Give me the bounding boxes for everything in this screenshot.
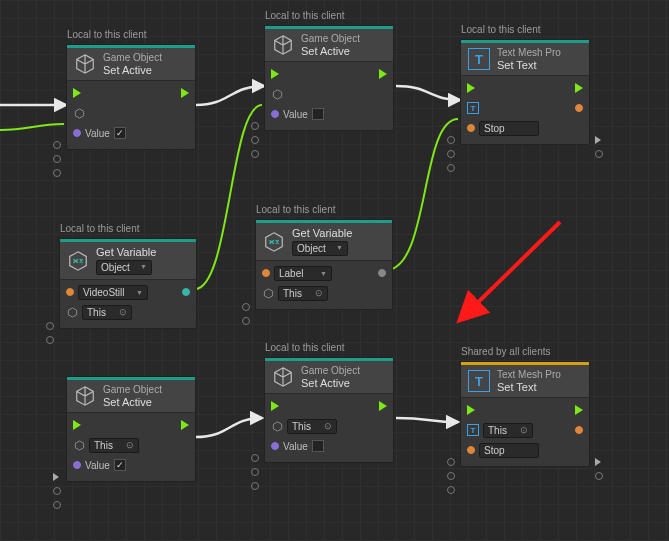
flow-out-port[interactable] bbox=[379, 69, 387, 79]
text-field[interactable]: Stop bbox=[479, 121, 539, 136]
flow-in-port[interactable] bbox=[271, 401, 279, 411]
node-category: Game Object bbox=[103, 52, 162, 64]
port-hollow[interactable] bbox=[251, 468, 259, 476]
port-hollow[interactable] bbox=[251, 482, 259, 490]
flow-out-port[interactable] bbox=[575, 405, 583, 415]
node-category: Text Mesh Pro bbox=[497, 369, 561, 381]
value-checkbox[interactable]: ✓ bbox=[114, 459, 126, 471]
output-port[interactable] bbox=[378, 269, 386, 277]
node-header[interactable]: Get Variable Object▼ bbox=[256, 223, 392, 261]
node-title: Set Active bbox=[301, 45, 360, 58]
input-port[interactable] bbox=[467, 124, 475, 132]
input-port[interactable] bbox=[262, 269, 270, 277]
flow-out-port[interactable] bbox=[181, 88, 189, 98]
target-field[interactable]: This⊙ bbox=[287, 419, 337, 434]
node-title: Set Text bbox=[497, 381, 561, 394]
target-field[interactable]: This⊙ bbox=[82, 305, 132, 320]
node-context-label: Local to this client bbox=[256, 204, 336, 215]
annotation-arrow bbox=[440, 210, 580, 340]
port-hollow[interactable] bbox=[447, 472, 455, 480]
flow-out-port[interactable] bbox=[379, 401, 387, 411]
port-hollow[interactable] bbox=[46, 322, 54, 330]
value-checkbox[interactable] bbox=[312, 108, 324, 120]
port-label: Value bbox=[283, 109, 308, 120]
scope-dropdown[interactable]: Object▼ bbox=[96, 260, 152, 276]
variable-icon bbox=[262, 230, 286, 254]
target-field[interactable]: This⊙ bbox=[89, 438, 139, 453]
target-field[interactable]: This⊙ bbox=[278, 286, 328, 301]
output-port[interactable] bbox=[182, 288, 190, 296]
node-get-variable-1[interactable]: Local to this client Get Variable Object… bbox=[59, 238, 197, 329]
node-context-label: Shared by all clients bbox=[461, 346, 551, 357]
port-hollow[interactable] bbox=[242, 317, 250, 325]
port-hollow[interactable] bbox=[447, 486, 455, 494]
port-hollow[interactable] bbox=[242, 303, 250, 311]
output-port[interactable] bbox=[575, 104, 583, 112]
scope-dropdown[interactable]: Object▼ bbox=[292, 241, 348, 257]
node-title: Get Variable bbox=[96, 246, 156, 259]
target-field[interactable]: This⊙ bbox=[483, 423, 533, 438]
input-port[interactable] bbox=[73, 461, 81, 469]
node-header[interactable]: Game Object Set Active bbox=[67, 48, 195, 81]
node-header[interactable]: Game Object Set Active bbox=[265, 29, 393, 62]
port-hollow[interactable] bbox=[251, 454, 259, 462]
port-hollow[interactable] bbox=[251, 136, 259, 144]
port-hollow[interactable] bbox=[595, 472, 603, 480]
flow-in-port[interactable] bbox=[73, 420, 81, 430]
variable-name-dropdown[interactable]: VideoStill▼ bbox=[78, 285, 148, 300]
flow-in-port[interactable] bbox=[467, 83, 475, 93]
flow-in-port[interactable] bbox=[73, 88, 81, 98]
port-hollow[interactable] bbox=[53, 169, 61, 177]
port-hollow[interactable] bbox=[447, 136, 455, 144]
output-port[interactable] bbox=[575, 426, 583, 434]
cube-icon bbox=[271, 420, 283, 432]
port-hollow[interactable] bbox=[46, 336, 54, 344]
port-hollow[interactable] bbox=[251, 150, 259, 158]
flow-in-port[interactable] bbox=[271, 69, 279, 79]
port-hollow[interactable] bbox=[251, 122, 259, 130]
value-checkbox[interactable] bbox=[312, 440, 324, 452]
cube-icon bbox=[262, 287, 274, 299]
node-get-variable-2[interactable]: Local to this client Get Variable Object… bbox=[255, 219, 393, 310]
port-hollow[interactable] bbox=[447, 164, 455, 172]
port-hollow[interactable] bbox=[53, 155, 61, 163]
node-set-active-4[interactable]: Local to this client Game Object Set Act… bbox=[264, 357, 394, 463]
flow-out-port[interactable] bbox=[575, 83, 583, 93]
port-hollow[interactable] bbox=[53, 501, 61, 509]
node-header[interactable]: Game Object Set Active bbox=[67, 380, 195, 413]
input-port[interactable] bbox=[66, 288, 74, 296]
port-tri[interactable] bbox=[53, 473, 59, 481]
side-inputs bbox=[46, 322, 54, 344]
cube-icon bbox=[73, 107, 85, 119]
input-port[interactable] bbox=[271, 442, 279, 450]
port-hollow[interactable] bbox=[595, 150, 603, 158]
cube-icon bbox=[73, 52, 97, 76]
input-port[interactable] bbox=[73, 129, 81, 137]
input-port[interactable] bbox=[467, 446, 475, 454]
value-checkbox[interactable]: ✓ bbox=[114, 127, 126, 139]
node-header[interactable]: Get Variable Object▼ bbox=[60, 242, 196, 280]
node-set-text-1[interactable]: Local to this client T Text Mesh Pro Set… bbox=[460, 39, 590, 145]
port-hollow[interactable] bbox=[53, 487, 61, 495]
port-tri[interactable] bbox=[595, 136, 601, 144]
input-port[interactable] bbox=[271, 110, 279, 118]
port-hollow[interactable] bbox=[53, 141, 61, 149]
text-field[interactable]: Stop bbox=[479, 443, 539, 458]
variable-name-dropdown[interactable]: Label▼ bbox=[274, 266, 332, 281]
node-set-text-2[interactable]: Shared by all clients T Text Mesh Pro Se… bbox=[460, 361, 590, 467]
node-header[interactable]: Game Object Set Active bbox=[265, 361, 393, 394]
node-context-label: Local to this client bbox=[265, 10, 345, 21]
port-hollow[interactable] bbox=[447, 458, 455, 466]
port-hollow[interactable] bbox=[447, 150, 455, 158]
node-header[interactable]: T Text Mesh Pro Set Text bbox=[461, 365, 589, 398]
flow-out-port[interactable] bbox=[181, 420, 189, 430]
node-category: Text Mesh Pro bbox=[497, 47, 561, 59]
node-set-active-2[interactable]: Local to this client Game Object Set Act… bbox=[264, 25, 394, 131]
node-header[interactable]: T Text Mesh Pro Set Text bbox=[461, 43, 589, 76]
node-set-active-1[interactable]: Local to this client Game Object Set Act… bbox=[66, 44, 196, 150]
port-tri[interactable] bbox=[595, 458, 601, 466]
flow-in-port[interactable] bbox=[467, 405, 475, 415]
cube-icon bbox=[73, 439, 85, 451]
node-set-active-3[interactable]: Game Object Set Active This⊙ Value ✓ bbox=[66, 376, 196, 482]
side-inputs bbox=[447, 458, 455, 494]
